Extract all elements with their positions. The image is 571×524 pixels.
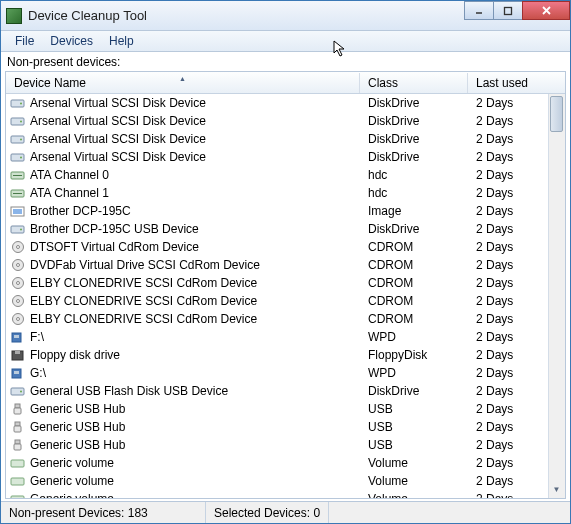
column-class-header[interactable]: Class — [360, 73, 468, 93]
device-icon — [10, 456, 26, 470]
table-row[interactable]: Arsenal Virtual SCSI Disk DeviceDiskDriv… — [6, 112, 548, 130]
svg-rect-33 — [15, 351, 20, 354]
table-row[interactable]: Generic volumeVolume2 Days — [6, 454, 548, 472]
device-last-used: 2 Days — [468, 132, 548, 146]
table-row[interactable]: ATA Channel 0hdc2 Days — [6, 166, 548, 184]
menubar: File Devices Help — [1, 31, 570, 52]
table-row[interactable]: Brother DCP-195C USB DeviceDiskDrive2 Da… — [6, 220, 548, 238]
device-icon — [10, 150, 26, 164]
app-icon — [6, 8, 22, 24]
svg-rect-44 — [11, 460, 24, 467]
table-row[interactable]: Generic volumeVolume2 Days — [6, 490, 548, 498]
device-icon — [10, 294, 26, 308]
minimize-button[interactable] — [464, 1, 494, 20]
device-name: ELBY CLONEDRIVE SCSI CdRom Device — [30, 276, 257, 290]
titlebar[interactable]: Device Cleanup Tool — [1, 1, 570, 31]
table-row[interactable]: F:\WPD2 Days — [6, 328, 548, 346]
svg-rect-8 — [11, 136, 24, 143]
device-last-used: 2 Days — [468, 240, 548, 254]
device-icon — [10, 348, 26, 362]
device-class: DiskDrive — [360, 150, 468, 164]
device-name: Generic volume — [30, 474, 114, 488]
device-last-used: 2 Days — [468, 276, 548, 290]
table-row[interactable]: ELBY CLONEDRIVE SCSI CdRom DeviceCDROM2 … — [6, 310, 548, 328]
svg-rect-46 — [11, 496, 24, 498]
table-row[interactable]: Arsenal Virtual SCSI Disk DeviceDiskDriv… — [6, 130, 548, 148]
table-row[interactable]: Generic USB HubUSB2 Days — [6, 418, 548, 436]
device-icon — [10, 276, 26, 290]
device-name: Arsenal Virtual SCSI Disk Device — [30, 114, 206, 128]
device-last-used: 2 Days — [468, 420, 548, 434]
column-last-header[interactable]: Last used — [468, 73, 565, 93]
table-row[interactable]: DVDFab Virtual Drive SCSI CdRom DeviceCD… — [6, 256, 548, 274]
table-row[interactable]: Floppy disk driveFloppyDisk2 Days — [6, 346, 548, 364]
svg-rect-35 — [14, 371, 19, 374]
table-row[interactable]: ATA Channel 1hdc2 Days — [6, 184, 548, 202]
table-row[interactable]: Brother DCP-195CImage2 Days — [6, 202, 548, 220]
device-name: Brother DCP-195C USB Device — [30, 222, 199, 236]
table-row[interactable]: Arsenal Virtual SCSI Disk DeviceDiskDriv… — [6, 148, 548, 166]
device-name: Arsenal Virtual SCSI Disk Device — [30, 96, 206, 110]
menu-help[interactable]: Help — [101, 32, 142, 50]
column-name-header[interactable]: ▲ Device Name — [6, 73, 360, 93]
device-last-used: 2 Days — [468, 492, 548, 498]
svg-rect-40 — [15, 422, 20, 426]
device-class: DiskDrive — [360, 132, 468, 146]
scrollbar[interactable]: ▲ ▼ — [548, 94, 565, 498]
device-icon — [10, 114, 26, 128]
svg-rect-38 — [15, 404, 20, 408]
scroll-thumb[interactable] — [550, 96, 563, 132]
table-row[interactable]: General USB Flash Disk USB DeviceDiskDri… — [6, 382, 548, 400]
device-last-used: 2 Days — [468, 402, 548, 416]
device-name: Generic USB Hub — [30, 420, 125, 434]
table-row[interactable]: Generic USB HubUSB2 Days — [6, 436, 548, 454]
device-last-used: 2 Days — [468, 258, 548, 272]
device-class: Volume — [360, 492, 468, 498]
table-row[interactable]: Generic USB HubUSB2 Days — [6, 400, 548, 418]
table-row[interactable]: ELBY CLONEDRIVE SCSI CdRom DeviceCDROM2 … — [6, 292, 548, 310]
svg-rect-4 — [11, 100, 24, 107]
device-icon — [10, 438, 26, 452]
device-last-used: 2 Days — [468, 168, 548, 182]
svg-point-25 — [17, 282, 20, 285]
device-last-used: 2 Days — [468, 222, 548, 236]
device-name: DTSOFT Virtual CdRom Device — [30, 240, 199, 254]
table-row[interactable]: Generic volumeVolume2 Days — [6, 472, 548, 490]
device-class: CDROM — [360, 312, 468, 326]
device-last-used: 2 Days — [468, 438, 548, 452]
device-last-used: 2 Days — [468, 474, 548, 488]
device-last-used: 2 Days — [468, 186, 548, 200]
table-row[interactable]: G:\WPD2 Days — [6, 364, 548, 382]
menu-devices[interactable]: Devices — [42, 32, 101, 50]
table-row[interactable]: DTSOFT Virtual CdRom DeviceCDROM2 Days — [6, 238, 548, 256]
device-class: DiskDrive — [360, 222, 468, 236]
device-name: Generic volume — [30, 456, 114, 470]
close-button[interactable] — [522, 1, 570, 20]
device-last-used: 2 Days — [468, 348, 548, 362]
device-icon — [10, 258, 26, 272]
svg-point-29 — [17, 318, 20, 321]
device-name: Brother DCP-195C — [30, 204, 131, 218]
svg-point-5 — [20, 103, 22, 105]
scroll-down-icon[interactable]: ▼ — [548, 481, 565, 498]
device-list: ▲ Device Name Class Last used Arsenal Vi… — [5, 71, 566, 499]
device-class: hdc — [360, 186, 468, 200]
device-class: FloppyDisk — [360, 348, 468, 362]
table-row[interactable]: Arsenal Virtual SCSI Disk DeviceDiskDriv… — [6, 94, 548, 112]
table-row[interactable]: ELBY CLONEDRIVE SCSI CdRom DeviceCDROM2 … — [6, 274, 548, 292]
svg-rect-39 — [14, 408, 21, 414]
menu-file[interactable]: File — [7, 32, 42, 50]
device-class: Volume — [360, 456, 468, 470]
device-class: USB — [360, 420, 468, 434]
list-header: ▲ Device Name Class Last used — [6, 72, 565, 94]
device-class: USB — [360, 402, 468, 416]
svg-rect-42 — [15, 440, 20, 444]
maximize-button[interactable] — [493, 1, 523, 20]
device-name: DVDFab Virtual Drive SCSI CdRom Device — [30, 258, 260, 272]
device-last-used: 2 Days — [468, 456, 548, 470]
device-name: Arsenal Virtual SCSI Disk Device — [30, 150, 206, 164]
device-name: ATA Channel 1 — [30, 186, 109, 200]
svg-rect-18 — [11, 226, 24, 233]
window-title: Device Cleanup Tool — [28, 8, 147, 23]
device-icon — [10, 240, 26, 254]
